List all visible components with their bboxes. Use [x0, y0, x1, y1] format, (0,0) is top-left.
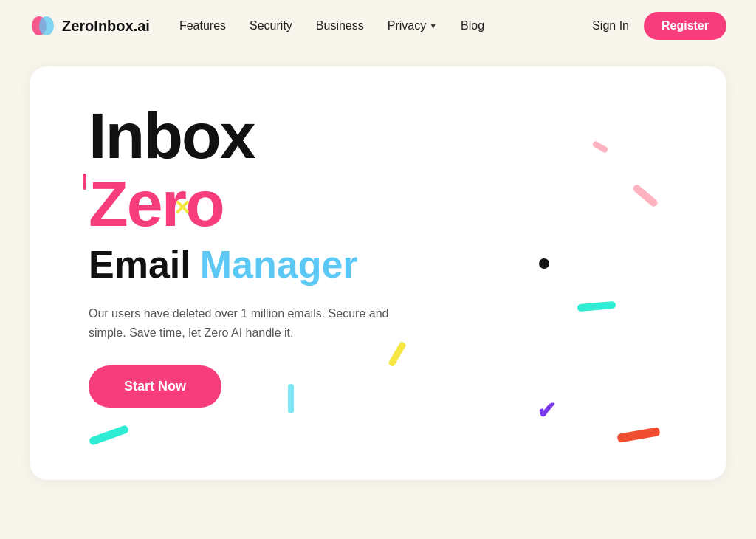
deco-purple-check: ✔ — [537, 396, 557, 425]
logo-icon — [30, 13, 56, 39]
chevron-down-icon: ▼ — [429, 21, 437, 30]
logo-area[interactable]: ZeroInbox.ai — [30, 13, 150, 39]
deco-blue-bar — [288, 384, 294, 413]
deco-green-bar-bl — [89, 425, 129, 446]
nav-link-business[interactable]: Business — [316, 19, 364, 32]
logo-text: ZeroInbox.ai — [62, 18, 150, 35]
nav-link-features[interactable]: Features — [179, 19, 226, 32]
deco-teal-bar — [577, 301, 616, 312]
hero-card: Inbox Zero Email Manager Our users have … — [30, 66, 726, 480]
deco-black-dot — [539, 258, 549, 269]
deco-orange-bar — [616, 427, 660, 443]
navbar: ZeroInbox.ai Features Security Business … — [0, 0, 756, 52]
hero-heading: Inbox Zero Email Manager — [89, 103, 682, 286]
hero-description: Our users have deleted over 1 million em… — [89, 304, 399, 342]
hero-manager-text: Manager — [200, 242, 358, 286]
nav-link-privacy[interactable]: Privacy ▼ — [388, 19, 437, 32]
hero-wrapper: Inbox Zero Email Manager Our users have … — [0, 52, 756, 495]
hero-email-text: Email — [89, 242, 191, 286]
svg-point-1 — [39, 16, 54, 35]
deco-pink-slash — [83, 174, 86, 190]
hero-email-line: Email Manager — [89, 242, 682, 286]
deco-yellow-bar — [388, 341, 407, 368]
start-now-button[interactable]: Start Now — [89, 365, 221, 408]
nav-links: Features Security Business Privacy ▼ Blo… — [179, 19, 592, 32]
nav-actions: Sign In Register — [592, 12, 726, 40]
signin-button[interactable]: Sign In — [592, 19, 629, 32]
nav-link-security[interactable]: Security — [250, 19, 292, 32]
deco-yellow-x: ✕ — [173, 198, 194, 219]
register-button[interactable]: Register — [644, 12, 726, 40]
nav-link-blog[interactable]: Blog — [461, 19, 484, 32]
hero-inbox-text: Inbox — [89, 103, 255, 168]
